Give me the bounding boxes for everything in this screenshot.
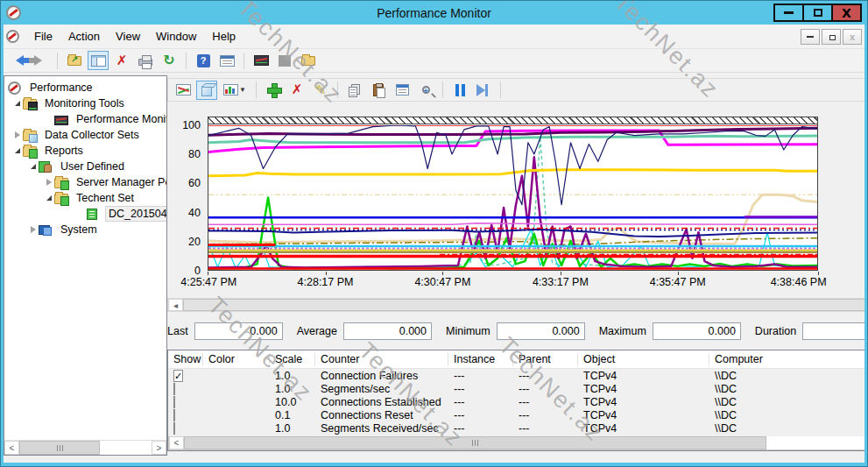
mdi-restore-button[interactable] bbox=[822, 29, 841, 45]
column-header-object[interactable]: Object bbox=[578, 353, 709, 366]
t-userdef-icon bbox=[39, 160, 54, 173]
mdi-close-button[interactable]: x bbox=[843, 29, 862, 45]
y-tick-label: 20 bbox=[188, 236, 201, 248]
menu-action[interactable]: Action bbox=[60, 26, 108, 46]
column-header-instance[interactable]: Instance bbox=[448, 353, 513, 366]
scroll-right-icon[interactable]: > bbox=[152, 441, 166, 455]
properties-icon bbox=[396, 84, 409, 96]
expander-collapsed-icon[interactable] bbox=[12, 131, 23, 138]
properties-button[interactable] bbox=[392, 81, 413, 100]
duration-label: Duration bbox=[755, 325, 796, 337]
delete-counter-button[interactable]: ✗ bbox=[286, 81, 307, 100]
column-header-scale[interactable]: Scale bbox=[270, 353, 315, 366]
tree-item-performance-monitor[interactable]: Performance Monitor bbox=[4, 111, 166, 127]
checkbox-checked[interactable]: ✓ bbox=[173, 370, 183, 382]
performance-shortcut-button[interactable] bbox=[251, 51, 272, 70]
tree-item-monitoring-tools[interactable]: Monitoring Tools bbox=[4, 96, 166, 111]
column-header-computer[interactable]: Computer bbox=[709, 353, 868, 366]
x-tick-label: 4:30:47 PM bbox=[414, 276, 470, 288]
checkbox-unchecked[interactable] bbox=[173, 409, 175, 421]
counter-row[interactable]: 10.0Connections Established------TCPv4\\… bbox=[168, 395, 868, 408]
line-chart-icon bbox=[176, 84, 191, 96]
cube-icon bbox=[201, 86, 212, 96]
refresh-button[interactable]: ↻ bbox=[159, 51, 180, 70]
menu-view[interactable]: View bbox=[108, 26, 148, 46]
series-teal-88 bbox=[208, 136, 817, 143]
checkbox-unchecked[interactable] bbox=[173, 422, 175, 435]
menu-window[interactable]: Window bbox=[148, 26, 204, 46]
scroll-left-icon[interactable]: ◂ bbox=[168, 299, 183, 311]
change-graph-type-button[interactable]: ▼ bbox=[220, 81, 250, 100]
tree-item-user-defined[interactable]: User Defined bbox=[4, 159, 166, 174]
column-header-show[interactable]: Show bbox=[168, 353, 203, 366]
scrollbar-thumb[interactable] bbox=[183, 299, 868, 311]
counter-row[interactable]: ✓1.0Connection Failures------TCPv4\\DC bbox=[168, 369, 868, 382]
minimum-label: Minimum bbox=[446, 325, 490, 337]
tree-item-performance[interactable]: Performance bbox=[4, 80, 166, 96]
folder-button[interactable] bbox=[298, 51, 319, 70]
minimize-icon bbox=[807, 36, 814, 38]
paste-counter-list-button[interactable] bbox=[368, 81, 389, 100]
update-data-button[interactable] bbox=[473, 81, 494, 100]
copy-properties-button[interactable] bbox=[344, 81, 365, 100]
maximize-button[interactable] bbox=[802, 4, 833, 22]
tree-item-label: Performance bbox=[27, 81, 95, 95]
new-window-button[interactable] bbox=[216, 51, 237, 70]
expander-expanded-icon[interactable] bbox=[12, 148, 23, 153]
counter-row[interactable]: 1.0Segments/sec------TCPv4\\DC bbox=[168, 382, 868, 395]
menu-help[interactable]: Help bbox=[204, 26, 243, 46]
tree-horizontal-scrollbar[interactable]: < > bbox=[4, 440, 166, 455]
column-header-counter[interactable]: Counter bbox=[315, 353, 448, 366]
blank-square-icon bbox=[279, 55, 291, 67]
tree-item-data-collector-sets[interactable]: Data Collector Sets bbox=[4, 127, 166, 143]
forward-button[interactable] bbox=[30, 51, 51, 70]
freeze-display-button[interactable] bbox=[449, 81, 470, 100]
column-header-color[interactable]: Color bbox=[203, 353, 270, 366]
counter-row[interactable]: 0.1Connections Reset------TCPv4\\DC bbox=[168, 408, 868, 421]
highlight-button[interactable]: ✎ bbox=[310, 81, 331, 100]
expander-expanded-icon[interactable] bbox=[44, 195, 54, 201]
tree-item-techent-set[interactable]: Techent Set bbox=[4, 190, 166, 206]
add-counter-button[interactable] bbox=[263, 81, 284, 100]
expander-expanded-icon[interactable] bbox=[12, 101, 23, 106]
help-button[interactable]: ? bbox=[193, 51, 214, 70]
column-header-parent[interactable]: Parent bbox=[513, 353, 578, 366]
export-button[interactable] bbox=[64, 51, 85, 70]
expander-collapsed-icon[interactable] bbox=[28, 226, 39, 233]
checkbox-unchecked[interactable] bbox=[173, 396, 175, 408]
menu-items: FileActionViewWindowHelp bbox=[26, 26, 243, 46]
checkbox-unchecked[interactable] bbox=[173, 383, 175, 395]
y-tick-label: 100 bbox=[182, 119, 201, 131]
legend-horizontal-scrollbar[interactable]: < > bbox=[168, 436, 868, 450]
expander-collapsed-icon[interactable] bbox=[44, 179, 54, 186]
zoom-button[interactable]: + bbox=[415, 81, 436, 100]
tree-item-server-manager-per[interactable]: Server Manager Per bbox=[4, 174, 166, 190]
scroll-left-icon[interactable]: < bbox=[169, 436, 184, 449]
scrollbar-thumb[interactable] bbox=[19, 441, 100, 455]
chart-horizontal-scrollbar[interactable]: ◂ ▸ bbox=[167, 298, 868, 312]
counter-row[interactable]: 1.0Segments Received/sec------TCPv4\\DC bbox=[168, 421, 868, 435]
tree-item-label: Performance Monitor bbox=[74, 112, 166, 126]
expander-expanded-icon[interactable] bbox=[28, 164, 39, 169]
scroll-left-icon[interactable]: < bbox=[4, 441, 19, 455]
tree-item-dc-20150423-00[interactable]: DC_20150423-00 bbox=[4, 206, 166, 222]
delete-button[interactable]: ✗ bbox=[111, 51, 132, 70]
paste-clipboard-icon bbox=[373, 84, 384, 96]
blank-button[interactable] bbox=[274, 51, 295, 70]
close-button[interactable]: X bbox=[831, 4, 862, 22]
tree-item-system[interactable]: System bbox=[4, 222, 166, 237]
back-button[interactable] bbox=[6, 51, 27, 70]
scrollbar-thumb[interactable] bbox=[184, 436, 766, 449]
view-current-activity-button[interactable] bbox=[173, 81, 194, 100]
tree-item-reports[interactable]: Reports bbox=[4, 143, 166, 159]
view-log-data-button[interactable] bbox=[196, 81, 217, 100]
mdi-minimize-button[interactable] bbox=[801, 29, 820, 45]
minimize-button[interactable] bbox=[773, 4, 804, 22]
print-button[interactable] bbox=[135, 51, 156, 70]
mmc-toolbar: ✗ ↻ ? bbox=[1, 49, 867, 73]
computer-cell: \\DC bbox=[709, 422, 868, 435]
parent-cell: --- bbox=[513, 396, 578, 408]
t-report-icon bbox=[86, 208, 102, 221]
menu-file[interactable]: File bbox=[26, 26, 60, 46]
show-console-tree-button[interactable] bbox=[88, 51, 109, 70]
